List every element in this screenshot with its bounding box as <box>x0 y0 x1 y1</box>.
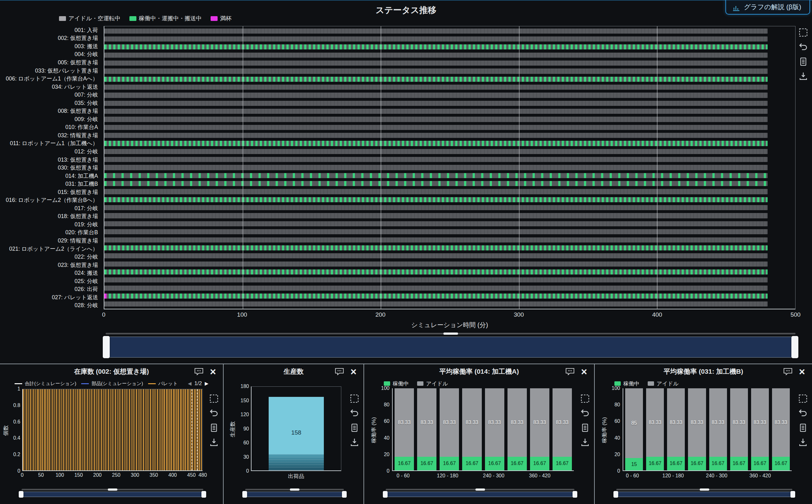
download-icon[interactable] <box>349 437 360 448</box>
range-track[interactable] <box>20 492 205 497</box>
zoom-area-icon[interactable] <box>798 393 808 404</box>
range-track[interactable] <box>384 492 576 497</box>
range-handle-left[interactable] <box>242 491 247 498</box>
range-handle-right[interactable] <box>790 491 795 498</box>
x-tick-label: 120 - 180 <box>437 473 458 481</box>
status-row-label: 025: 分岐 <box>0 277 101 285</box>
range-handle-left[interactable] <box>614 491 618 498</box>
status-row <box>104 260 795 268</box>
download-icon[interactable] <box>580 437 590 448</box>
status-row <box>104 204 795 212</box>
range-handle-right[interactable] <box>791 336 798 358</box>
status-x-axis: 0100200300400500 <box>104 311 796 319</box>
status-row <box>104 131 795 139</box>
chart-toolbar <box>578 393 592 448</box>
rate-bar: 83.3316.67 <box>508 388 527 470</box>
range-slider[interactable] <box>384 489 576 497</box>
status-row-label: 006: ロボットアーム1（作業台Aへ） <box>0 74 101 83</box>
status-row-label: 035: 分岐 <box>0 99 101 107</box>
scrollbar-rail[interactable] <box>386 489 575 490</box>
range-handle-left[interactable] <box>103 336 110 358</box>
range-slider[interactable] <box>104 333 797 358</box>
rate-bar: 83.3316.67 <box>485 388 504 470</box>
y-axis-ticks: 100806040200 <box>607 385 620 474</box>
x-tick-label <box>687 473 703 481</box>
zoom-area-icon[interactable] <box>580 393 590 404</box>
range-handle-right[interactable] <box>201 491 206 498</box>
close-icon[interactable]: × <box>210 368 216 375</box>
range-track[interactable] <box>243 492 346 497</box>
y-tick-label: 20 <box>614 452 620 457</box>
legend-swatch <box>59 16 66 21</box>
scrollbar-thumb[interactable] <box>444 333 458 335</box>
prev-arrow-icon[interactable]: ◀ <box>188 381 192 386</box>
range-handle-right[interactable] <box>342 491 347 498</box>
range-handle-right[interactable] <box>573 491 577 498</box>
scrollbar-rail[interactable] <box>616 489 792 490</box>
range-handle-left[interactable] <box>19 491 23 498</box>
data-table-icon[interactable] <box>580 423 590 433</box>
rate-bar: 83.3316.67 <box>688 388 706 470</box>
range-handle-left[interactable] <box>383 491 387 498</box>
data-table-icon[interactable] <box>209 423 219 433</box>
comment-icon[interactable] <box>783 368 793 376</box>
status-bar <box>104 221 768 226</box>
status-row-label: 028: 分岐 <box>0 301 101 310</box>
reset-view-icon[interactable] <box>798 408 808 418</box>
rate-legend: 稼働中アイドル <box>595 379 812 388</box>
x-tick-label: 500 <box>790 311 801 318</box>
close-icon[interactable]: × <box>799 368 805 375</box>
graph-help-button[interactable]: グラフの解説 (β版) <box>725 0 810 15</box>
scrollbar-thumb[interactable] <box>108 488 117 491</box>
status-row <box>104 188 795 196</box>
status-row-labels: 001: 入荷002: 仮想置き場003: 搬送004: 分岐005: 仮想置き… <box>0 26 101 309</box>
data-table-icon[interactable] <box>349 423 360 433</box>
active-value-label: 16.67 <box>466 461 478 466</box>
y-tick-label: 0.4 <box>13 435 20 441</box>
x-tick-label: 200 <box>375 311 386 318</box>
download-icon[interactable] <box>209 437 219 448</box>
reset-view-icon[interactable] <box>798 42 809 52</box>
status-bar <box>104 213 768 218</box>
comment-icon[interactable] <box>194 368 204 376</box>
idle-value-label: 83.33 <box>421 420 433 425</box>
range-slider[interactable] <box>614 489 794 497</box>
zoom-area-icon[interactable] <box>349 393 360 404</box>
range-slider[interactable] <box>20 489 205 497</box>
range-slider[interactable] <box>243 489 346 497</box>
range-track[interactable] <box>614 492 794 497</box>
reset-view-icon[interactable] <box>580 408 590 418</box>
y-tick-label: 100 <box>381 385 389 391</box>
bar-chart-icon <box>732 5 740 11</box>
reset-view-icon[interactable] <box>349 408 360 418</box>
next-arrow-icon[interactable]: ▶ <box>205 381 208 386</box>
scrollbar-rail[interactable] <box>245 489 344 490</box>
scrollbar-thumb[interactable] <box>700 488 709 491</box>
rate-bar: 83.3316.67 <box>440 388 459 470</box>
comment-icon[interactable] <box>334 368 344 376</box>
range-track[interactable] <box>104 337 797 358</box>
comment-icon[interactable] <box>565 368 575 376</box>
scrollbar-rail[interactable] <box>22 489 203 490</box>
zoom-area-icon[interactable] <box>798 27 809 38</box>
y-tick-label: 0 <box>246 468 249 474</box>
scrollbar-rail[interactable] <box>106 333 796 334</box>
active-segment: 16.67 <box>553 457 572 470</box>
reset-view-icon[interactable] <box>209 408 219 418</box>
download-icon[interactable] <box>798 71 809 81</box>
data-table-icon[interactable] <box>798 423 808 433</box>
idle-value-label: 83.33 <box>466 420 478 425</box>
scrollbar-thumb[interactable] <box>290 488 299 491</box>
status-row-label: 001: 入荷 <box>0 26 101 34</box>
panel-header: 生産数 × <box>224 364 363 379</box>
scrollbar-thumb[interactable] <box>476 488 485 491</box>
download-icon[interactable] <box>798 437 808 448</box>
x-tick-label <box>644 473 659 481</box>
zoom-area-icon[interactable] <box>209 393 219 404</box>
x-tick-label: 0 <box>102 311 106 318</box>
close-icon[interactable]: × <box>581 368 587 375</box>
close-icon[interactable]: × <box>350 368 356 375</box>
data-table-icon[interactable] <box>798 56 809 67</box>
x-tick-label <box>774 473 790 481</box>
x-tick-label: 300 <box>131 472 139 478</box>
